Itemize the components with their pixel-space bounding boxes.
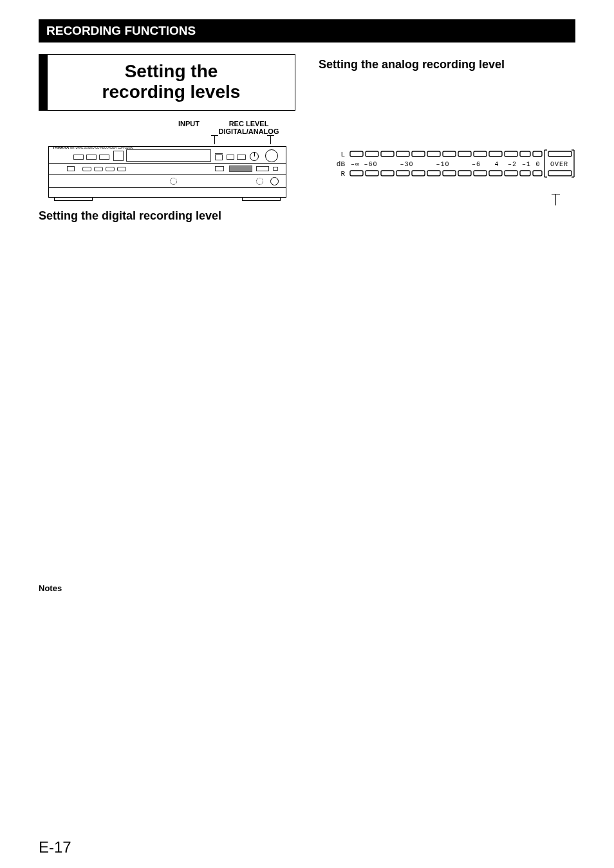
panel-tray: [229, 165, 252, 172]
level-meter-diagram: .seg { fill:none; stroke:#000; stroke-wi…: [319, 149, 575, 187]
callout-line-input: [214, 135, 215, 144]
svg-rect-4: [412, 151, 425, 156]
meter-label-dB: dB: [337, 160, 346, 168]
meter-row-L: [350, 151, 542, 156]
svg-text:–10: –10: [436, 161, 449, 168]
panel-indicator: [273, 167, 278, 171]
panel-square-button: [113, 151, 124, 161]
svg-rect-18: [427, 171, 440, 176]
panel-button: [94, 167, 103, 171]
svg-rect-16: [396, 171, 409, 176]
panel-button: [67, 166, 75, 171]
svg-rect-19: [443, 171, 456, 176]
subhead-digital: Setting the digital recording level: [39, 209, 295, 223]
diagram-label-input: INPUT: [176, 120, 203, 135]
page-number: E-17: [39, 838, 71, 856]
svg-text:–∞: –∞: [351, 161, 360, 168]
meter-over-box: OVER: [544, 150, 574, 177]
subhead-analog: Setting the analog recording level: [319, 58, 575, 71]
callout-line-reclevel: [270, 135, 271, 144]
panel-button: [106, 167, 115, 171]
svg-text:–2: –2: [508, 161, 517, 168]
svg-text:–60: –60: [364, 161, 377, 168]
topic-title-line2: recording levels: [58, 82, 284, 102]
svg-rect-5: [427, 151, 440, 156]
svg-rect-20: [458, 171, 471, 176]
svg-rect-0: [350, 151, 363, 156]
panel-button: [86, 155, 97, 160]
svg-text:0: 0: [535, 161, 540, 168]
svg-text:–30: –30: [400, 161, 413, 168]
svg-rect-13: [350, 171, 363, 176]
panel-eject-icon-top: [215, 153, 223, 155]
left-column: Setting the recording levels INPUT REC L…: [39, 54, 295, 593]
svg-rect-12: [533, 151, 542, 156]
small-knob-icon: [270, 177, 279, 185]
panel-eject-icon: [215, 155, 223, 160]
meter-label-L: L: [340, 151, 345, 158]
svg-rect-1: [366, 151, 378, 156]
svg-rect-23: [505, 171, 517, 176]
panel-display: [126, 149, 211, 162]
svg-rect-24: [520, 171, 530, 176]
svg-text:–6: –6: [472, 161, 481, 168]
svg-rect-21: [474, 171, 487, 176]
diagram-label-rec-level-top: REC LEVEL: [217, 120, 281, 127]
svg-rect-17: [412, 171, 425, 176]
panel-button: [73, 155, 84, 160]
device-foot: [242, 197, 281, 201]
topic-title-box: Setting the recording levels: [39, 54, 295, 111]
level-meter-svg: .seg { fill:none; stroke:#000; stroke-wi…: [331, 149, 575, 187]
svg-text:4: 4: [494, 161, 499, 168]
right-column: Setting the analog recording level .seg …: [319, 54, 575, 593]
svg-rect-14: [366, 171, 378, 176]
small-knob-icon: [256, 178, 263, 185]
panel-button: [82, 167, 91, 171]
meter-row-R: [350, 171, 542, 176]
rec-level-knob: [265, 149, 278, 162]
svg-rect-2: [381, 151, 394, 156]
svg-rect-7: [458, 151, 471, 156]
meter-over-label: OVER: [550, 161, 568, 168]
svg-rect-8: [474, 151, 487, 156]
svg-rect-6: [443, 151, 456, 156]
brand-label: YAMAHA NATURAL SOUND CD RECORDER CDR-S10…: [53, 146, 134, 149]
svg-rect-33: [548, 171, 572, 176]
panel-button: [227, 155, 234, 160]
section-title: RECORDING FUNCTIONS: [39, 19, 575, 42]
topic-title-line1: Setting the: [58, 61, 284, 82]
headphone-jack-icon: [170, 178, 177, 185]
front-panel-diagram: INPUT REC LEVEL DIGITAL/ANALOG YAMAHA NA…: [48, 120, 286, 198]
notes-label: Notes: [39, 583, 295, 593]
meter-label-R: R: [340, 170, 345, 178]
panel-button: [99, 155, 109, 160]
device-front-panel: YAMAHA NATURAL SOUND CD RECORDER CDR-S10…: [48, 146, 286, 198]
meter-scale-ticks: –∞ –60 –30 –10 –6 4 –2 –1 0: [351, 161, 541, 168]
svg-rect-9: [489, 151, 502, 156]
svg-rect-15: [381, 171, 394, 176]
panel-button: [237, 155, 246, 160]
diagram-label-rec-level-bottom: DIGITAL/ANALOG: [217, 127, 281, 135]
panel-button: [215, 166, 224, 171]
input-knob: [250, 152, 259, 161]
device-foot: [54, 197, 93, 201]
panel-button: [256, 166, 269, 171]
svg-rect-10: [505, 151, 517, 156]
svg-rect-25: [533, 171, 542, 176]
svg-rect-22: [489, 171, 502, 176]
svg-rect-32: [548, 151, 572, 156]
meter-callout-line: [319, 194, 575, 205]
svg-text:–1: –1: [522, 161, 531, 168]
panel-button: [117, 167, 126, 171]
svg-rect-3: [396, 151, 409, 156]
svg-rect-11: [520, 151, 530, 156]
